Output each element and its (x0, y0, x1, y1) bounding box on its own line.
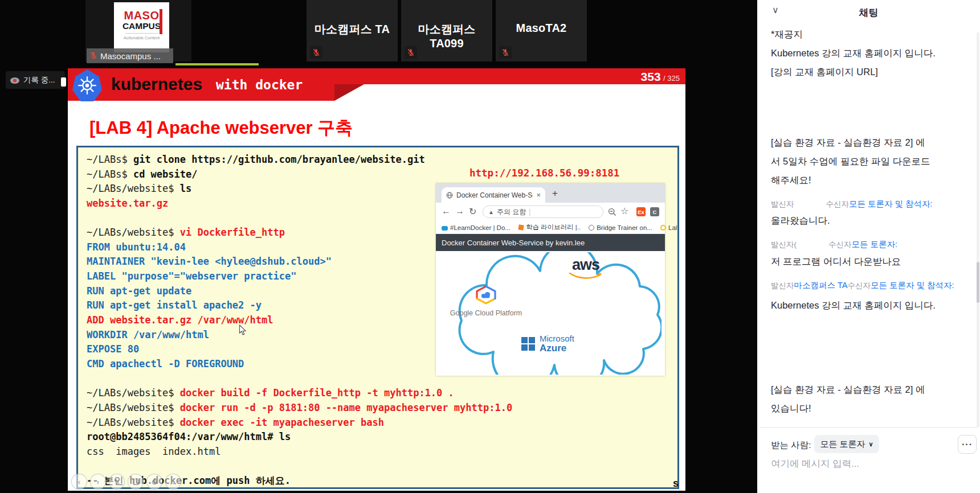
chat-message-line: 있습니다! (771, 399, 972, 418)
chat-message-header: 발신자마소캠퍼스 TA수신자모든 토론자 및 참석자: (771, 278, 972, 293)
globe-icon (589, 225, 594, 231)
chat-message-line: 올라왔습니다. (771, 211, 972, 230)
presenter-tool-icon[interactable]: › (90, 474, 106, 490)
aws-logo: aws (568, 258, 603, 283)
bookmark-label: 학습 라이브러리 |.. (526, 223, 581, 232)
bookmark-star-icon[interactable]: ☆ (620, 206, 628, 216)
tab-close-icon[interactable]: × (536, 191, 541, 199)
browser-tab-strip: Docker Container Web-Service × + (436, 183, 665, 203)
aws-smile-icon (568, 272, 603, 281)
forward-icon[interactable]: → (455, 206, 464, 216)
presenter-tool-icon[interactable]: ❏ (128, 474, 144, 490)
video-tile[interactable]: 마소캠퍼스TA099 (401, 0, 492, 61)
code-line: root@bb2485364f04:/var/www/html# ls (87, 430, 675, 445)
azure-label: Azure (540, 343, 574, 353)
chat-message-header: 발신자수신자모든 토론자 및 참석자: (771, 196, 972, 212)
video-tile[interactable]: 마소캠퍼스 TA (307, 0, 398, 61)
tab-title: Docker Container Web-Service (456, 191, 533, 199)
chevron-down-icon: ∨ (869, 441, 873, 448)
chat-message: *재공지Kubernetes 강의 교재 홈페이지 입니다.[강의 교재 홈페이… (771, 25, 972, 81)
from-label: 발신자 (771, 281, 794, 290)
active-speaker-indicator (175, 63, 259, 65)
chat-message-line: [강의 교재 홈페이지 URL] (771, 63, 972, 81)
extension-icon[interactable]: C (650, 207, 659, 216)
chat-scrollbar-track[interactable] (977, 32, 979, 427)
code-line: css images index.html (87, 445, 675, 459)
recording-indicator[interactable]: 기록 중... (6, 71, 65, 89)
slide-page-number: 353 / 325 (620, 70, 680, 84)
cube-icon (518, 224, 524, 230)
chat-message-header: 발신자(수신자모든 토론자: (771, 237, 972, 252)
cloud-recording-icon (10, 76, 20, 84)
participant-name-bar: Masocampus ... (87, 48, 173, 63)
security-warning-text: 주의 요함 (497, 207, 526, 217)
panel-handle[interactable] (61, 77, 66, 87)
reload-icon[interactable]: ↻ (469, 206, 476, 217)
site-header: Docker Container Web-Service by kevin.le… (436, 234, 665, 251)
google-cloud-logo: Google Cloud Platform (446, 285, 526, 317)
microsoft-window-icon (521, 337, 535, 351)
zoom-out-icon[interactable] (608, 208, 616, 216)
chat-scrollbar-thumb[interactable] (977, 262, 979, 303)
page-total: / 325 (663, 74, 680, 83)
presenter-tool-icon[interactable]: ⊖ (146, 474, 162, 490)
gcp-label: Google Cloud Platform (446, 309, 526, 317)
chat-message: 올라왔습니다. (771, 211, 972, 230)
omnibox-divider: | (529, 208, 530, 216)
message-input[interactable]: 여기에 메시지 입력... (771, 458, 859, 470)
recipients: 모든 토론자 및 참석자: (849, 199, 933, 208)
docker-whale-icon (442, 226, 448, 231)
bookmark-item[interactable]: Lal (660, 224, 677, 231)
extension-icon[interactable]: Ex (636, 207, 646, 216)
presenter-tool-icon[interactable]: ‹ (71, 474, 87, 490)
video-tile[interactable]: MasoTA2 (496, 0, 587, 61)
chat-message-line: 저 프로그램 어디서 다운받나요 (771, 252, 972, 271)
code-line (87, 459, 675, 474)
chat-message-line: 해주세요! (771, 171, 972, 190)
recording-label: 기록 중... (23, 75, 55, 85)
chat-message: Kubernetes 강의 교재 홈페이지 입니다. (771, 296, 972, 315)
page-current: 353 (641, 70, 661, 83)
bookmark-label: Bridge Trainer on... (597, 224, 652, 231)
presenter-tool-icon[interactable]: … (165, 474, 181, 490)
chat-more-button[interactable]: ··· (958, 435, 977, 454)
browser-content: Google Cloud Platform aws Microsoft (436, 251, 665, 376)
from-label: 발신자 (771, 200, 794, 208)
recipients: 모든 토론자: (852, 240, 898, 249)
logo-tagline: Actionable Content (114, 35, 169, 40)
from-label: 발신자( (771, 240, 797, 249)
sender-name: 마소캠퍼스 TA (794, 278, 848, 293)
recipient-dropdown[interactable]: 모든 토론자 ∨ (814, 435, 879, 453)
to-label: 수신자 (828, 240, 852, 249)
participant-name: 마소캠퍼스 TA (307, 22, 398, 37)
bookmark-item[interactable]: #LearnDocker | Do... (442, 224, 511, 231)
chat-message-line: [실습 환경 자료 - 실습환경 자료 2] 에 (771, 133, 972, 152)
new-tab-button[interactable]: + (552, 188, 558, 199)
recipient-label: 받는 사람: (771, 439, 811, 451)
back-icon[interactable]: ← (442, 206, 451, 216)
browser-tab[interactable]: Docker Container Web-Service × (442, 187, 545, 203)
browser-screenshot: Docker Container Web-Service × + ← → ↻ ▲… (436, 183, 665, 376)
microsoft-label: Microsoft (540, 334, 574, 343)
presenter-tool-icon[interactable]: ✎ (109, 474, 125, 490)
chat-message-line: 서 5일차 수업에 필요한 파일 다운로드 (771, 152, 972, 171)
slide-heading: [LAB 4] Apache webserver 구축 (89, 116, 353, 140)
bookmark-item[interactable]: Bridge Trainer on... (589, 224, 652, 231)
chat-message-line: *재공지 (771, 25, 972, 44)
mouse-cursor-icon (239, 324, 247, 336)
chat-message-line: Kubernetes 강의 교재 홈페이지 입니다. (771, 296, 972, 315)
code-line: ~/LABs/website$ docker run -d -p 8181:80… (87, 401, 675, 416)
bookmark-label: #LearnDocker | Do... (450, 224, 511, 231)
globe-favicon-icon (446, 192, 453, 199)
address-input[interactable]: ▲ 주의 요함 | (483, 206, 603, 218)
ring-icon (660, 225, 666, 231)
logo-divider (125, 33, 158, 34)
recipient-value: 모든 토론자 (820, 439, 865, 450)
browser-address-bar: ← → ↻ ▲ 주의 요함 | ☆ ExC (436, 203, 665, 222)
video-tile-masocampus[interactable]: MASO CAMPUS Actionable Content Masocampu… (85, 0, 191, 61)
chat-message-line: Kubernetes 강의 교재 홈페이지 입니다. (771, 44, 972, 63)
code-line: ~/LABs$ git clone https://github.com/bra… (87, 153, 675, 167)
banner-title-with-docker: with docker (216, 77, 303, 92)
bookmark-item[interactable]: 학습 라이브러리 |.. (518, 223, 581, 232)
participant-name: Masocampus ... (100, 51, 161, 61)
